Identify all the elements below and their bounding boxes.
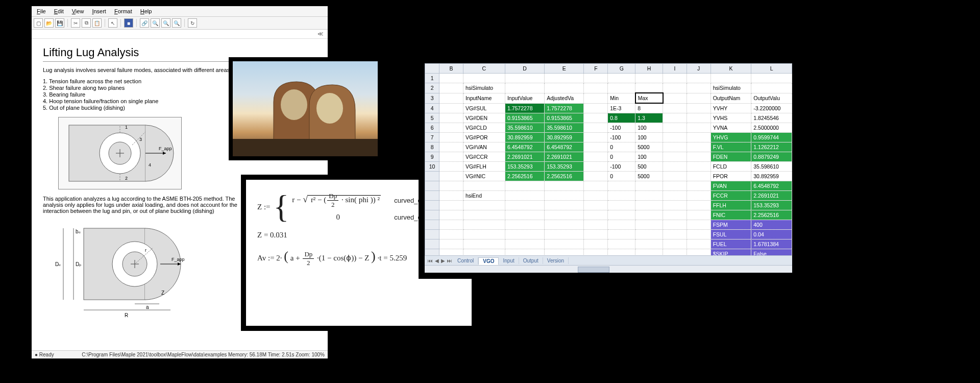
cell[interactable] [687, 113, 710, 123]
cell[interactable] [663, 123, 687, 133]
cell[interactable] [584, 230, 608, 240]
cell[interactable]: 35.598610 [505, 123, 544, 133]
cell[interactable] [663, 201, 687, 210]
cell[interactable] [635, 240, 663, 249]
col-G[interactable]: G [608, 64, 635, 74]
cell[interactable] [439, 210, 463, 220]
cell[interactable] [687, 191, 710, 201]
cell[interactable] [635, 249, 663, 256]
cell[interactable]: OutputValu [751, 93, 792, 103]
cell[interactable] [584, 201, 608, 210]
cell[interactable]: 2.2691021 [545, 152, 584, 162]
cell[interactable] [687, 74, 710, 83]
row-header[interactable] [425, 220, 439, 230]
cell[interactable]: FPOR [710, 172, 751, 181]
cell[interactable]: FUEL [710, 240, 751, 249]
cell[interactable]: 400 [751, 220, 792, 230]
zoom-reset-icon[interactable]: 🔍 [172, 18, 181, 28]
cell[interactable]: F.VL [710, 142, 751, 152]
cell[interactable]: 1.3 [635, 113, 663, 123]
row-header[interactable]: 5 [425, 113, 439, 123]
col-E[interactable]: E [545, 64, 584, 74]
cell[interactable]: YVHS [710, 113, 751, 123]
cell[interactable]: FDEN [710, 152, 751, 162]
menu-view[interactable]: View [69, 7, 87, 15]
cell[interactable] [687, 123, 710, 133]
cell[interactable] [584, 181, 608, 191]
row-header[interactable]: 6 [425, 123, 439, 133]
cell[interactable] [545, 181, 584, 191]
cell[interactable]: 153.35293 [545, 162, 584, 172]
cell[interactable]: 5000 [635, 172, 663, 181]
cell[interactable]: -100 [608, 123, 635, 133]
row-header[interactable]: 9 [425, 152, 439, 162]
refresh-icon[interactable]: ↻ [188, 18, 197, 28]
link-icon[interactable]: 🔗 [140, 18, 149, 28]
cell[interactable]: FNIC [710, 210, 751, 220]
cell[interactable]: 153.35293 [751, 201, 792, 210]
paste-icon[interactable]: 📋 [92, 18, 102, 28]
cell[interactable] [584, 152, 608, 162]
cell[interactable]: 100 [635, 152, 663, 162]
cell[interactable] [584, 220, 608, 230]
cell[interactable] [663, 191, 687, 201]
cell[interactable] [687, 103, 710, 113]
cell[interactable]: 1.1262212 [751, 142, 792, 152]
row-header[interactable] [425, 230, 439, 240]
row-header[interactable]: 2 [425, 83, 439, 93]
cell[interactable] [439, 172, 463, 181]
cell[interactable]: 0.9153865 [545, 113, 584, 123]
row-header[interactable]: 8 [425, 142, 439, 152]
cell[interactable]: InputName [463, 93, 505, 103]
cell[interactable] [608, 191, 635, 201]
cell[interactable]: 35.598610 [751, 162, 792, 172]
cell[interactable] [687, 230, 710, 240]
cell[interactable]: $SKIP [710, 249, 751, 256]
cell[interactable] [584, 249, 608, 256]
cell[interactable]: 1E-3 [608, 103, 635, 113]
save-icon[interactable]: 💾 [55, 18, 64, 28]
collapse-chevron-icon[interactable]: ≪ [32, 30, 328, 39]
cell[interactable]: -3.2200000 [751, 103, 792, 113]
cell[interactable] [439, 74, 463, 83]
cell[interactable] [663, 230, 687, 240]
cell[interactable] [584, 133, 608, 142]
tab-control[interactable]: Control [453, 257, 478, 264]
cell[interactable] [439, 181, 463, 191]
cell[interactable]: 0.04 [751, 230, 792, 240]
cell[interactable]: YHVG [710, 133, 751, 142]
cell[interactable] [463, 210, 505, 220]
row-header[interactable]: 1 [425, 74, 439, 83]
cell[interactable] [439, 230, 463, 240]
menu-help[interactable]: Help [137, 7, 155, 15]
cell[interactable] [663, 93, 687, 103]
cell[interactable]: 2.2562516 [505, 172, 544, 181]
cell[interactable] [608, 249, 635, 256]
cell[interactable]: 100 [635, 133, 663, 142]
cell[interactable] [463, 240, 505, 249]
cell[interactable]: 0 [608, 172, 635, 181]
cell[interactable] [635, 230, 663, 240]
cell[interactable] [663, 162, 687, 172]
cell[interactable] [505, 230, 544, 240]
cell[interactable] [545, 249, 584, 256]
cell[interactable] [608, 201, 635, 210]
cell[interactable] [545, 74, 584, 83]
cell[interactable] [584, 123, 608, 133]
cell[interactable] [584, 162, 608, 172]
cell[interactable]: VG#CLD [463, 123, 505, 133]
cell[interactable] [687, 210, 710, 220]
cell[interactable] [663, 210, 687, 220]
cell[interactable] [687, 181, 710, 191]
cell[interactable]: FCCR [710, 191, 751, 201]
h-scrollbar[interactable] [425, 265, 792, 273]
cell[interactable]: 2.2562516 [545, 172, 584, 181]
cell[interactable]: 153.35293 [505, 162, 544, 172]
cell[interactable] [635, 83, 663, 93]
cell[interactable] [439, 123, 463, 133]
cell[interactable] [439, 162, 463, 172]
cell[interactable]: 35.598610 [545, 123, 584, 133]
tab-input[interactable]: Input [499, 257, 519, 264]
cell[interactable]: FSPM [710, 220, 751, 230]
cell[interactable] [584, 83, 608, 93]
